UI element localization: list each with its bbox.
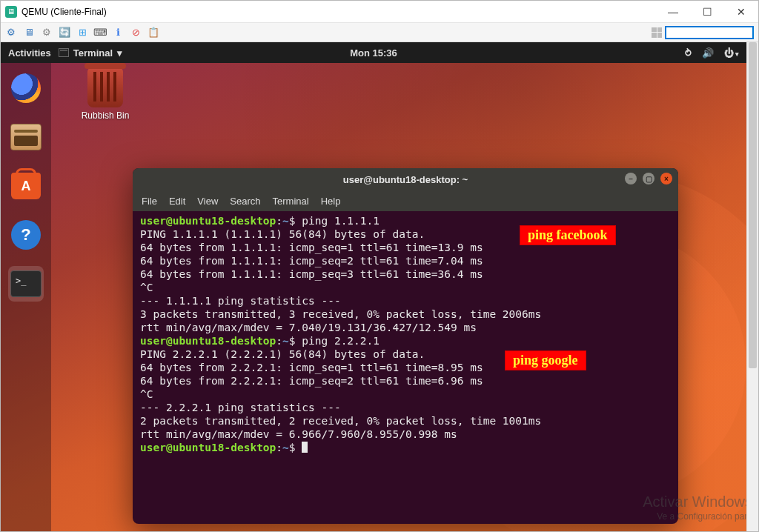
dock-files[interactable] [8, 119, 44, 155]
dock-firefox[interactable] [8, 70, 44, 106]
windows-key-icon[interactable]: ⊞ [76, 27, 88, 39]
info-icon[interactable]: ℹ [112, 27, 124, 39]
refresh-icon[interactable]: 🔄 [59, 27, 70, 39]
dock-help[interactable]: ? [8, 217, 44, 253]
chevron-down-icon: ▾ [117, 47, 122, 59]
vm-viewport: Activities Terminal ▾ Mon 15:36 ⥁ 🔊 ⏻▾ [1, 42, 758, 531]
gnome-top-bar: Activities Terminal ▾ Mon 15:36 ⥁ 🔊 ⏻▾ [1, 42, 746, 63]
app-menu[interactable]: Terminal ▾ [59, 47, 122, 59]
maximize-button[interactable]: ☐ [690, 1, 724, 23]
gear-icon[interactable]: ⚙ [41, 27, 53, 39]
cog-pair-icon[interactable]: ⚙ [5, 27, 17, 39]
annotation-ping-facebook: ping facebook [520, 225, 616, 245]
network-icon[interactable]: ⥁ [685, 47, 692, 59]
annotation-ping-google: ping google [505, 350, 586, 370]
terminal-window[interactable]: user@ubuntu18-desktop: ~ – ▢ × FileEditV… [133, 168, 678, 524]
terminal-close-button[interactable]: × [660, 173, 672, 184]
firefox-icon [11, 73, 41, 103]
minimize-button[interactable]: — [656, 1, 690, 23]
terminal-title-text: user@ubuntu18-desktop: ~ [343, 174, 468, 185]
monitor-icon[interactable]: 🖥 [23, 27, 35, 39]
qemu-app-icon: 🖥 [5, 6, 17, 18]
terminal-output[interactable]: user@ubuntu18-desktop:~$ ping 1.1.1.1 PI… [133, 211, 678, 462]
close-button[interactable]: ✕ [724, 1, 758, 23]
vm-scrollbar[interactable] [746, 42, 758, 531]
close-red-icon[interactable]: ⊘ [130, 27, 142, 39]
scrollbar-thumb[interactable] [749, 42, 757, 368]
terminal-mini-icon [59, 48, 69, 57]
grid-icon[interactable] [652, 27, 662, 38]
desktop-trash[interactable]: Rubbish Bin [72, 63, 139, 121]
software-icon [11, 173, 41, 199]
terminal-menu-terminal[interactable]: Terminal [273, 196, 309, 207]
dock: ? [1, 63, 51, 531]
terminal-icon [10, 270, 42, 297]
window-titlebar[interactable]: 🖥 QEMU (Cliente-Final) — ☐ ✕ [1, 1, 758, 23]
terminal-titlebar[interactable]: user@ubuntu18-desktop: ~ – ▢ × [133, 168, 678, 190]
ubuntu-desktop[interactable]: Activities Terminal ▾ Mon 15:36 ⥁ 🔊 ⏻▾ [1, 42, 746, 531]
app-menu-label: Terminal [73, 47, 113, 59]
volume-icon[interactable]: 🔊 [702, 47, 714, 59]
terminal-menubar: FileEditViewSearchTerminalHelp [133, 190, 678, 211]
window-title: QEMU (Cliente-Final) [21, 7, 107, 17]
terminal-menu-help[interactable]: Help [321, 196, 341, 207]
dock-terminal[interactable] [8, 266, 44, 302]
trash-icon [87, 67, 123, 107]
dock-software[interactable] [8, 168, 44, 204]
clock[interactable]: Mon 15:36 [350, 47, 397, 59]
help-icon: ? [11, 220, 41, 250]
clipboard-icon[interactable]: 📋 [148, 27, 159, 39]
qemu-toolbar: ⚙🖥⚙🔄⊞⌨ℹ⊘📋 [1, 23, 758, 42]
activities-button[interactable]: Activities [8, 47, 51, 59]
terminal-menu-edit[interactable]: Edit [169, 196, 185, 207]
trash-label: Rubbish Bin [72, 110, 139, 121]
terminal-maximize-button[interactable]: ▢ [643, 173, 654, 184]
files-icon [10, 124, 42, 150]
qemu-window: 🖥 QEMU (Cliente-Final) — ☐ ✕ ⚙🖥⚙🔄⊞⌨ℹ⊘📋 A… [0, 0, 759, 532]
terminal-minimize-button[interactable]: – [625, 173, 637, 184]
keyboard-icon[interactable]: ⌨ [94, 27, 106, 39]
terminal-menu-file[interactable]: File [142, 196, 157, 207]
terminal-menu-view[interactable]: View [197, 196, 218, 207]
terminal-menu-search[interactable]: Search [230, 196, 260, 207]
qemu-search-input[interactable] [665, 26, 754, 39]
power-icon[interactable]: ⏻▾ [724, 47, 739, 59]
